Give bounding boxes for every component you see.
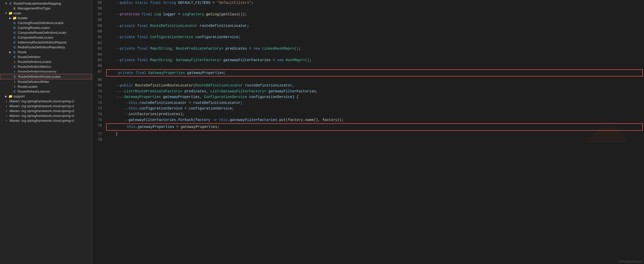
line-number: 55 <box>92 0 105 6</box>
tree-arrow[interactable] <box>8 21 12 24</box>
code-row: 63 ——private final Map<String, RoutePred… <box>92 46 644 51</box>
line-content: ——initFactories(predicates); <box>105 111 644 117</box>
tree-arrow[interactable] <box>8 60 12 63</box>
line-number: 62 <box>92 40 105 46</box>
tree-arrow[interactable] <box>0 100 4 103</box>
line-number: 72 <box>92 100 105 106</box>
line-content: ——this.routeDefinitionLocator = routeDef… <box>105 100 644 106</box>
tree-label: RouteDefinitionRepository <box>18 70 56 73</box>
tree-arrow[interactable] <box>0 105 4 107</box>
tree-label: route <box>14 11 21 15</box>
tree-item-routedefinitionrepository[interactable]: IRouteDefinitionRepository <box>0 69 92 74</box>
tree-arrow[interactable] <box>0 109 4 112</box>
code-row: 68 <box>92 77 644 83</box>
highlighted-code-block: private final GatewayProperties gatewayP… <box>106 69 643 76</box>
tree-item-compositeroutelocator[interactable]: CCompositeRouteLocator <box>0 35 92 40</box>
line-number: 65 <box>92 57 105 63</box>
tree-item-managementporttype[interactable]: EManagementPortType <box>0 6 92 11</box>
tree-arrow[interactable] <box>8 46 12 49</box>
tree-arrow[interactable] <box>8 56 12 58</box>
tree-item-routedefinition[interactable]: CRouteDefinition <box>0 54 92 59</box>
line-content: ——private final Map<String, GatewayFilte… <box>105 57 644 63</box>
code-row: 59 ——private final RouteDefinitionLocato… <box>92 23 644 29</box>
tree-item-maven5[interactable]: ▪Maven: org.springframework.cloud:spring… <box>0 118 92 123</box>
tree-arrow[interactable] <box>8 70 12 73</box>
line-number: 61 <box>92 34 105 40</box>
tree-item-routedefinitionroutelocator[interactable]: CRouteDefinitionRouteLocator <box>0 74 92 79</box>
tree-item-cachingroutelocator[interactable]: CCachingRouteLocator <box>0 25 92 30</box>
line-number: 59 <box>92 23 105 29</box>
line-content: } <box>105 131 644 137</box>
tree-item-builder[interactable]: ▶📁builder <box>0 16 92 20</box>
tree-arrow[interactable]: ▶ <box>4 95 8 98</box>
tree-arrow[interactable] <box>0 119 4 122</box>
line-number: 78 <box>92 137 105 142</box>
tree-item-support[interactable]: ▶📁support <box>0 94 92 99</box>
tree-arrow[interactable] <box>8 85 12 88</box>
tree-item-route[interactable]: ▶CRoute <box>0 50 92 54</box>
tree-item-routepredicatehandlermapping[interactable]: ▼CRoutePredicateHandlerMapping <box>0 1 92 6</box>
tree-arrow[interactable]: ▶ <box>8 51 12 53</box>
tree-label: CompositeRouteLocator <box>18 36 54 39</box>
tree-arrow[interactable] <box>8 31 12 34</box>
line-content: private final GatewayProperties gatewayP… <box>108 70 641 76</box>
tree-arrow[interactable] <box>8 75 13 78</box>
line-content: ——public RouteDefinitionRouteLocator(Rou… <box>105 83 644 88</box>
tree-arrow[interactable]: ▶ <box>8 17 12 19</box>
tree-arrow[interactable] <box>8 7 12 10</box>
code-editor[interactable]: 55 ——public static final String DEFAULT_… <box>92 0 644 264</box>
tree-item-redisroutedefinitionrepository[interactable]: CRedisRouteDefinitionRepository <box>0 45 92 50</box>
tree-arrow[interactable]: ▼ <box>4 2 8 5</box>
line-content: ——private final ConfigurationService con… <box>105 34 644 40</box>
line-number: 71 <box>92 94 105 100</box>
tree-arrow[interactable] <box>8 65 12 68</box>
tree-item-compositeroutedefinitionlocato[interactable]: CCompositeRouteDefinitionLocato <box>0 30 92 35</box>
line-number: 68 <box>92 77 105 83</box>
tree-label: RedisRouteDefinitionRepository <box>18 45 65 49</box>
tree-item-route[interactable]: ▼📁route <box>0 11 92 16</box>
line-number: 76 <box>92 123 105 128</box>
tree-label: RouteDefinitionWriter <box>18 80 49 84</box>
code-lines: 55 ——public static final String DEFAULT_… <box>92 0 644 142</box>
tree-item-maven3[interactable]: ▪Maven: org.springframework.cloud:spring… <box>0 108 92 113</box>
tree-item-maven4[interactable]: ▪Maven: org.springframework.cloud:spring… <box>0 113 92 118</box>
tree-item-cachingroutedefinitionlocator[interactable]: CCachingRouteDefinitionLocator <box>0 20 92 25</box>
tree-arrow[interactable] <box>8 90 12 93</box>
tree-item-routedefinitionwriter[interactable]: IRouteDefinitionWriter <box>0 79 92 84</box>
code-row: 76 this.gatewayProperties = gatewayPrope… <box>92 123 644 131</box>
tree-item-routerefreshlistener[interactable]: CRouteRefreshListener <box>0 89 92 94</box>
code-row: 58 <box>92 17 644 23</box>
tree-item-routelocator[interactable]: IRouteLocator <box>0 84 92 89</box>
tree-label: ManagementPortType <box>18 6 50 10</box>
tree-arrow[interactable] <box>8 36 12 39</box>
tree-item-maven1[interactable]: ▪Maven: org.springframework.cloud:spring… <box>0 99 92 104</box>
line-number: 64 <box>92 52 105 57</box>
code-row: 65 ——private final Map<String, GatewayFi… <box>92 57 644 63</box>
tree-label: Maven: org.springframework.cloud:spring-… <box>9 109 74 113</box>
tree-label: Maven: org.springframework.cloud:spring-… <box>9 104 74 108</box>
line-content: ————List<RoutePredicateFactory> predicat… <box>105 89 644 94</box>
tree-arrow[interactable] <box>8 80 12 83</box>
tree-item-maven2[interactable]: ▪Maven: org.springframework.cloud:spring… <box>0 104 92 108</box>
file-tree-sidebar[interactable]: ▼CRoutePredicateHandlerMapping EManageme… <box>0 0 92 264</box>
code-row: 62 <box>92 40 644 46</box>
line-number: 60 <box>92 29 105 34</box>
tree-item-inmemoryroutedefinitionreposit[interactable]: CInMemoryRouteDefinitionReposit <box>0 40 92 45</box>
tree-arrow[interactable]: ▼ <box>4 12 8 15</box>
tree-arrow[interactable] <box>8 41 12 44</box>
tree-arrow[interactable] <box>0 114 4 117</box>
line-number: 75 <box>92 117 105 123</box>
code-row: 67 private final GatewayProperties gatew… <box>92 69 644 77</box>
code-row: 74 ——initFactories(predicates); <box>92 111 644 117</box>
tree-item-routedefinitionmetrics[interactable]: CRouteDefinitionMetrics <box>0 64 92 69</box>
line-content: ——private final Map<String, RoutePredica… <box>105 46 644 51</box>
line-content: ——this.configurationService = configurat… <box>105 106 644 111</box>
tree-arrow[interactable] <box>8 26 12 29</box>
tree-item-routedefinitionlocator[interactable]: IRouteDefinitionLocator <box>0 59 92 64</box>
tree-label: RouteDefinitionLocator <box>18 60 51 64</box>
code-row: 66 <box>92 63 644 69</box>
code-row: 72 ——this.routeDefinitionLocator = route… <box>92 100 644 106</box>
tree-label: builder <box>18 16 28 20</box>
tree-label: RoutePredicateHandlerMapping <box>14 2 61 5</box>
line-number: 56 <box>92 6 105 11</box>
